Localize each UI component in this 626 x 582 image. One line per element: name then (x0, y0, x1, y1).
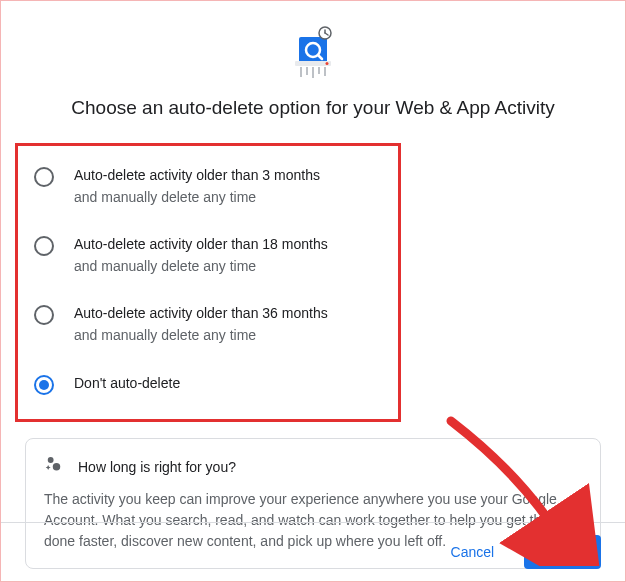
dialog-footer: Cancel Next (1, 522, 625, 581)
svg-point-13 (48, 457, 54, 463)
option-sublabel: and manually delete any time (74, 326, 382, 346)
sparkle-icon (44, 455, 64, 479)
radio-circle[interactable] (34, 305, 54, 325)
next-button[interactable]: Next (524, 535, 601, 569)
options-highlight-box: Auto-delete activity older than 3 months… (15, 143, 401, 422)
radio-option-dont-delete[interactable]: Don't auto-delete (34, 374, 382, 395)
option-sublabel: and manually delete any time (74, 257, 382, 277)
svg-point-4 (326, 62, 329, 65)
option-sublabel: and manually delete any time (74, 188, 382, 208)
option-label: Don't auto-delete (74, 374, 382, 394)
option-label: Auto-delete activity older than 3 months (74, 166, 382, 186)
radio-circle-selected[interactable] (34, 375, 54, 395)
header-shredder-icon (25, 25, 601, 81)
radio-option-3-months[interactable]: Auto-delete activity older than 3 months… (34, 166, 382, 207)
cancel-button[interactable]: Cancel (433, 536, 513, 568)
radio-option-18-months[interactable]: Auto-delete activity older than 18 month… (34, 235, 382, 276)
radio-circle[interactable] (34, 167, 54, 187)
page-title: Choose an auto-delete option for your We… (25, 97, 601, 119)
option-label: Auto-delete activity older than 18 month… (74, 235, 382, 255)
svg-point-14 (53, 462, 61, 470)
option-label: Auto-delete activity older than 36 month… (74, 304, 382, 324)
radio-circle[interactable] (34, 236, 54, 256)
info-title: How long is right for you? (78, 459, 236, 475)
radio-option-36-months[interactable]: Auto-delete activity older than 36 month… (34, 304, 382, 345)
